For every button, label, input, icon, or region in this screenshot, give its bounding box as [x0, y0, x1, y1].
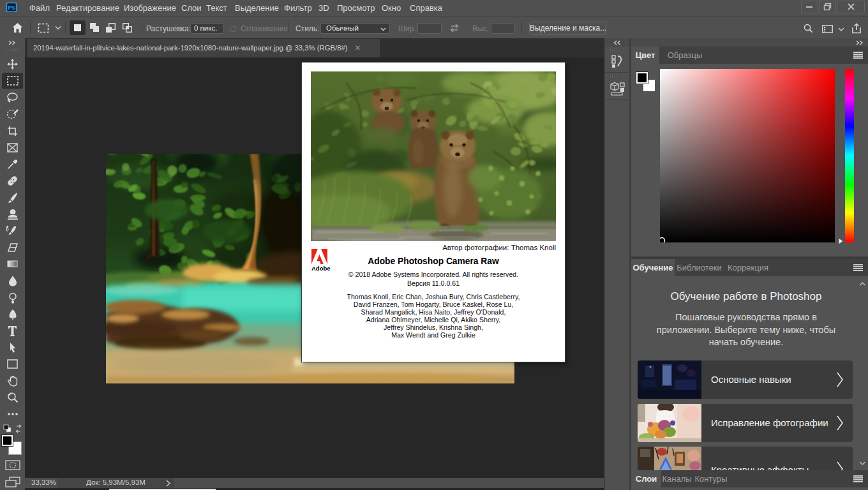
- svg-text:Ps: Ps: [8, 4, 15, 11]
